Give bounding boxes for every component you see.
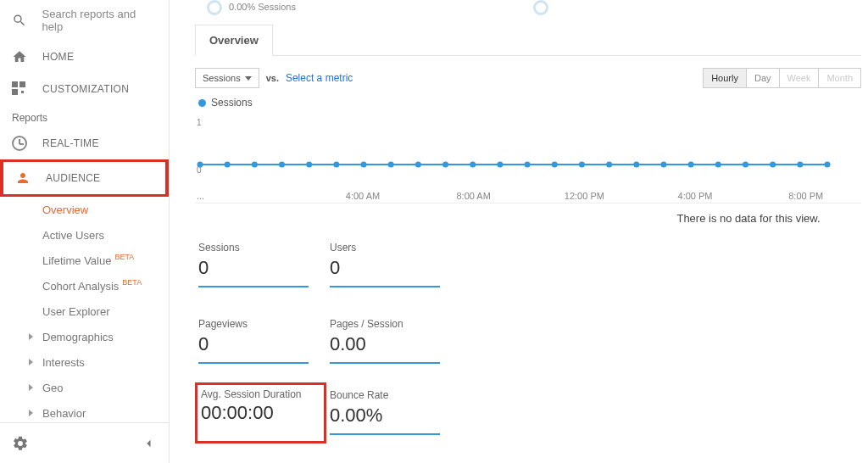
svg-point-14 bbox=[525, 162, 531, 168]
circle-icon bbox=[533, 0, 548, 15]
subnav-interests[interactable]: Interests bbox=[0, 349, 169, 375]
sparkline bbox=[198, 362, 309, 364]
metric-avg-session-duration[interactable]: Avg. Session Duration 00:00:00 bbox=[195, 382, 326, 443]
svg-point-16 bbox=[579, 162, 585, 168]
clock-icon bbox=[12, 136, 27, 151]
search-placeholder: Search reports and help bbox=[42, 8, 157, 33]
person-icon bbox=[15, 170, 31, 186]
chevron-down-icon bbox=[245, 76, 252, 81]
nav-customization[interactable]: CUSTOMIZATION bbox=[0, 73, 169, 105]
metrics-row3: Avg. Session Duration 00:00:00 Bounce Ra… bbox=[195, 382, 861, 443]
subnav-active-users[interactable]: Active Users bbox=[42, 222, 169, 248]
collapse-icon[interactable] bbox=[140, 435, 157, 452]
nav-realtime[interactable]: REAL-TIME bbox=[0, 127, 169, 159]
no-data-message: There is no data for this view. bbox=[636, 204, 861, 235]
search-input[interactable]: Search reports and help bbox=[0, 0, 169, 41]
svg-point-22 bbox=[743, 162, 748, 168]
btn-week: Week bbox=[779, 69, 819, 87]
sidebar: Search reports and help HOME CUSTOMIZATI… bbox=[0, 0, 170, 463]
x-axis: ...4:00 AM8:00 AM12:00 PM4:00 PM8:00 PM bbox=[195, 186, 861, 201]
svg-point-2 bbox=[198, 162, 203, 168]
svg-point-19 bbox=[660, 162, 666, 168]
metric-sessions[interactable]: Sessions 0 bbox=[195, 235, 326, 296]
sparkline bbox=[330, 286, 440, 287]
circle-icon bbox=[207, 0, 222, 15]
svg-point-4 bbox=[252, 162, 258, 168]
subnav-demographics[interactable]: Demographics bbox=[0, 324, 169, 349]
metric-new-sessions[interactable]: % New Sessions bbox=[195, 455, 326, 463]
tab-bar: Overview bbox=[195, 24, 861, 56]
legend-dot bbox=[198, 99, 206, 107]
customization-icon bbox=[12, 81, 27, 97]
svg-point-24 bbox=[797, 162, 803, 168]
svg-point-11 bbox=[442, 162, 448, 168]
svg-point-3 bbox=[225, 162, 231, 168]
svg-point-25 bbox=[825, 162, 831, 168]
sparkline bbox=[198, 286, 309, 287]
metric-pageviews[interactable]: Pageviews 0 bbox=[195, 311, 326, 372]
home-icon bbox=[12, 49, 27, 64]
nav-home[interactable]: HOME bbox=[0, 41, 169, 73]
tab-overview[interactable]: Overview bbox=[195, 25, 273, 56]
select-metric-link[interactable]: Select a metric bbox=[286, 72, 353, 84]
chart-svg: 10 bbox=[195, 115, 832, 183]
sparkline bbox=[330, 362, 440, 364]
chevron-right-icon bbox=[29, 410, 33, 416]
sparkline bbox=[330, 433, 440, 435]
subnav-cohort-analysis[interactable]: Cohort AnalysisBETA bbox=[42, 273, 169, 298]
time-granularity: Hourly Day Week Month bbox=[703, 68, 861, 88]
svg-point-15 bbox=[552, 162, 558, 168]
controls-row: Sessions vs. Select a metric Hourly Day … bbox=[195, 56, 861, 95]
top-cards: 0.00% Sessions bbox=[195, 0, 861, 20]
sessions-dropdown[interactable]: Sessions bbox=[195, 68, 259, 88]
reports-label: Reports bbox=[0, 105, 169, 127]
metric-pages-per-session[interactable]: Pages / Session 0.00 bbox=[326, 311, 458, 372]
svg-point-23 bbox=[770, 162, 776, 168]
svg-point-10 bbox=[415, 162, 421, 168]
search-icon bbox=[12, 13, 27, 28]
chevron-right-icon bbox=[29, 333, 33, 340]
svg-point-5 bbox=[279, 162, 285, 168]
svg-point-21 bbox=[715, 162, 721, 168]
subnav-behavior[interactable]: Behavior bbox=[0, 400, 169, 422]
line-chart: 10 ...4:00 AM8:00 AM12:00 PM4:00 PM8:00 … bbox=[195, 115, 861, 204]
gear-icon[interactable] bbox=[12, 435, 29, 452]
svg-point-9 bbox=[388, 162, 394, 168]
svg-point-6 bbox=[306, 162, 312, 168]
svg-point-18 bbox=[633, 162, 639, 168]
svg-point-12 bbox=[470, 162, 476, 168]
chevron-right-icon bbox=[29, 384, 33, 391]
btn-hourly[interactable]: Hourly bbox=[704, 69, 746, 87]
svg-text:1: 1 bbox=[197, 118, 202, 127]
chart-legend: Sessions bbox=[195, 95, 861, 112]
chevron-right-icon bbox=[29, 359, 33, 365]
sidebar-bottom bbox=[0, 422, 169, 463]
svg-point-8 bbox=[361, 162, 367, 168]
svg-point-17 bbox=[606, 162, 612, 168]
metric-users[interactable]: Users 0 bbox=[326, 235, 458, 296]
subnav-overview[interactable]: Overview bbox=[42, 197, 169, 222]
svg-point-20 bbox=[688, 162, 694, 168]
nav-audience[interactable]: AUDIENCE bbox=[0, 159, 169, 197]
svg-point-7 bbox=[333, 162, 339, 168]
subnav-user-explorer[interactable]: User Explorer bbox=[42, 298, 169, 324]
main-content: 0.00% Sessions Overview Sessions vs. Sel… bbox=[170, 0, 868, 463]
vs-label: vs. bbox=[266, 73, 279, 83]
metrics-grid: Sessions 0 Users 0 Pageviews 0 Pages / S… bbox=[195, 235, 670, 372]
btn-month: Month bbox=[818, 69, 860, 87]
metric-bounce-rate[interactable]: Bounce Rate 0.00% bbox=[326, 382, 458, 443]
subnav-lifetime-value[interactable]: Lifetime ValueBETA bbox=[42, 248, 169, 273]
btn-day[interactable]: Day bbox=[746, 69, 779, 87]
svg-point-13 bbox=[497, 162, 503, 168]
subnav-geo[interactable]: Geo bbox=[0, 375, 169, 400]
